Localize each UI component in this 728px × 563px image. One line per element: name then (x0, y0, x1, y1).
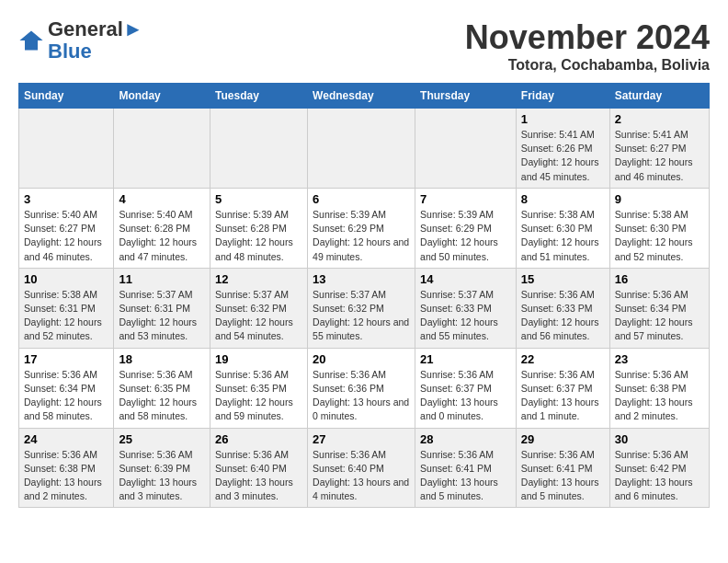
calendar-cell: 15Sunrise: 5:36 AM Sunset: 6:33 PM Dayli… (516, 268, 609, 348)
weekday-header: Monday (114, 84, 210, 109)
calendar-cell: 16Sunrise: 5:36 AM Sunset: 6:34 PM Dayli… (609, 268, 709, 348)
calendar-cell: 13Sunrise: 5:37 AM Sunset: 6:32 PM Dayli… (308, 268, 415, 348)
day-number: 30 (615, 432, 704, 446)
location-title: Totora, Cochabamba, Bolivia (465, 57, 710, 74)
day-info: Sunrise: 5:38 AM Sunset: 6:30 PM Dayligh… (615, 208, 704, 264)
svg-marker-0 (19, 31, 42, 51)
calendar-cell (114, 109, 210, 189)
day-info: Sunrise: 5:36 AM Sunset: 6:35 PM Dayligh… (119, 368, 205, 424)
day-info: Sunrise: 5:36 AM Sunset: 6:38 PM Dayligh… (24, 448, 108, 504)
calendar-cell: 9Sunrise: 5:38 AM Sunset: 6:30 PM Daylig… (609, 188, 709, 268)
day-info: Sunrise: 5:36 AM Sunset: 6:41 PM Dayligh… (420, 448, 511, 504)
weekday-header: Tuesday (210, 84, 308, 109)
day-number: 17 (24, 352, 108, 366)
day-number: 14 (420, 272, 511, 286)
day-info: Sunrise: 5:39 AM Sunset: 6:28 PM Dayligh… (215, 208, 302, 264)
day-number: 10 (24, 272, 108, 286)
day-info: Sunrise: 5:37 AM Sunset: 6:32 PM Dayligh… (313, 288, 410, 344)
weekday-header: Saturday (609, 84, 709, 109)
day-number: 24 (24, 432, 108, 446)
day-number: 2 (615, 112, 704, 126)
day-number: 5 (215, 192, 302, 206)
calendar-week-row: 3Sunrise: 5:40 AM Sunset: 6:27 PM Daylig… (19, 188, 710, 268)
weekday-header: Friday (516, 84, 609, 109)
calendar-cell: 18Sunrise: 5:36 AM Sunset: 6:35 PM Dayli… (114, 348, 210, 428)
calendar-cell: 6Sunrise: 5:39 AM Sunset: 6:29 PM Daylig… (308, 188, 415, 268)
calendar-cell: 5Sunrise: 5:39 AM Sunset: 6:28 PM Daylig… (210, 188, 308, 268)
day-number: 21 (420, 352, 511, 366)
day-info: Sunrise: 5:37 AM Sunset: 6:33 PM Dayligh… (420, 288, 511, 344)
day-info: Sunrise: 5:37 AM Sunset: 6:31 PM Dayligh… (119, 288, 205, 344)
day-number: 9 (615, 192, 704, 206)
calendar-cell: 8Sunrise: 5:38 AM Sunset: 6:30 PM Daylig… (516, 188, 609, 268)
calendar-cell: 1Sunrise: 5:41 AM Sunset: 6:26 PM Daylig… (516, 109, 609, 189)
day-info: Sunrise: 5:36 AM Sunset: 6:38 PM Dayligh… (615, 368, 704, 424)
title-block: November 2024 Totora, Cochabamba, Bolivi… (465, 18, 710, 74)
day-number: 26 (215, 432, 302, 446)
calendar-cell (308, 109, 415, 189)
day-info: Sunrise: 5:36 AM Sunset: 6:37 PM Dayligh… (420, 368, 511, 424)
day-number: 13 (313, 272, 410, 286)
day-info: Sunrise: 5:36 AM Sunset: 6:36 PM Dayligh… (313, 368, 410, 424)
calendar-cell: 30Sunrise: 5:36 AM Sunset: 6:42 PM Dayli… (609, 428, 709, 508)
calendar-week-row: 1Sunrise: 5:41 AM Sunset: 6:26 PM Daylig… (19, 109, 710, 189)
calendar-table: SundayMondayTuesdayWednesdayThursdayFrid… (18, 83, 710, 508)
logo: General► Blue (18, 18, 143, 63)
calendar-cell: 11Sunrise: 5:37 AM Sunset: 6:31 PM Dayli… (114, 268, 210, 348)
calendar-cell (415, 109, 517, 189)
day-number: 19 (215, 352, 302, 366)
calendar-body: 1Sunrise: 5:41 AM Sunset: 6:26 PM Daylig… (19, 109, 710, 508)
day-number: 20 (313, 352, 410, 366)
day-info: Sunrise: 5:41 AM Sunset: 6:26 PM Dayligh… (521, 128, 605, 184)
day-info: Sunrise: 5:40 AM Sunset: 6:27 PM Dayligh… (24, 208, 108, 264)
calendar-cell: 17Sunrise: 5:36 AM Sunset: 6:34 PM Dayli… (19, 348, 114, 428)
day-number: 16 (615, 272, 704, 286)
page-header: General► Blue November 2024 Totora, Coch… (18, 18, 710, 74)
day-info: Sunrise: 5:36 AM Sunset: 6:33 PM Dayligh… (521, 288, 605, 344)
day-info: Sunrise: 5:36 AM Sunset: 6:40 PM Dayligh… (313, 448, 410, 504)
day-info: Sunrise: 5:36 AM Sunset: 6:34 PM Dayligh… (24, 368, 108, 424)
calendar-cell: 25Sunrise: 5:36 AM Sunset: 6:39 PM Dayli… (114, 428, 210, 508)
day-info: Sunrise: 5:36 AM Sunset: 6:34 PM Dayligh… (615, 288, 704, 344)
day-number: 3 (24, 192, 108, 206)
day-info: Sunrise: 5:39 AM Sunset: 6:29 PM Dayligh… (313, 208, 410, 264)
calendar-cell: 28Sunrise: 5:36 AM Sunset: 6:41 PM Dayli… (415, 428, 517, 508)
calendar-cell: 24Sunrise: 5:36 AM Sunset: 6:38 PM Dayli… (19, 428, 114, 508)
calendar-cell: 21Sunrise: 5:36 AM Sunset: 6:37 PM Dayli… (415, 348, 517, 428)
calendar-cell: 27Sunrise: 5:36 AM Sunset: 6:40 PM Dayli… (308, 428, 415, 508)
weekday-header: Wednesday (308, 84, 415, 109)
day-number: 11 (119, 272, 205, 286)
day-number: 22 (521, 352, 605, 366)
day-info: Sunrise: 5:36 AM Sunset: 6:40 PM Dayligh… (215, 448, 302, 504)
calendar-cell: 20Sunrise: 5:36 AM Sunset: 6:36 PM Dayli… (308, 348, 415, 428)
day-info: Sunrise: 5:38 AM Sunset: 6:30 PM Dayligh… (521, 208, 605, 264)
day-info: Sunrise: 5:36 AM Sunset: 6:39 PM Dayligh… (119, 448, 205, 504)
day-number: 6 (313, 192, 410, 206)
calendar-cell: 26Sunrise: 5:36 AM Sunset: 6:40 PM Dayli… (210, 428, 308, 508)
logo-text: General► Blue (48, 18, 143, 63)
calendar-week-row: 24Sunrise: 5:36 AM Sunset: 6:38 PM Dayli… (19, 428, 710, 508)
day-number: 18 (119, 352, 205, 366)
day-number: 8 (521, 192, 605, 206)
day-number: 7 (420, 192, 511, 206)
calendar-week-row: 17Sunrise: 5:36 AM Sunset: 6:34 PM Dayli… (19, 348, 710, 428)
calendar-cell: 29Sunrise: 5:36 AM Sunset: 6:41 PM Dayli… (516, 428, 609, 508)
day-number: 4 (119, 192, 205, 206)
calendar-cell: 2Sunrise: 5:41 AM Sunset: 6:27 PM Daylig… (609, 109, 709, 189)
logo-icon (18, 28, 44, 53)
day-number: 15 (521, 272, 605, 286)
day-info: Sunrise: 5:39 AM Sunset: 6:29 PM Dayligh… (420, 208, 511, 264)
calendar-cell: 7Sunrise: 5:39 AM Sunset: 6:29 PM Daylig… (415, 188, 517, 268)
day-number: 1 (521, 112, 605, 126)
calendar-cell: 10Sunrise: 5:38 AM Sunset: 6:31 PM Dayli… (19, 268, 114, 348)
day-info: Sunrise: 5:36 AM Sunset: 6:42 PM Dayligh… (615, 448, 704, 504)
calendar-cell: 14Sunrise: 5:37 AM Sunset: 6:33 PM Dayli… (415, 268, 517, 348)
day-number: 29 (521, 432, 605, 446)
calendar-cell: 4Sunrise: 5:40 AM Sunset: 6:28 PM Daylig… (114, 188, 210, 268)
weekday-header: Sunday (19, 84, 114, 109)
day-number: 23 (615, 352, 704, 366)
calendar-cell: 19Sunrise: 5:36 AM Sunset: 6:35 PM Dayli… (210, 348, 308, 428)
calendar-header: SundayMondayTuesdayWednesdayThursdayFrid… (19, 84, 710, 109)
day-info: Sunrise: 5:41 AM Sunset: 6:27 PM Dayligh… (615, 128, 704, 184)
day-info: Sunrise: 5:36 AM Sunset: 6:41 PM Dayligh… (521, 448, 605, 504)
